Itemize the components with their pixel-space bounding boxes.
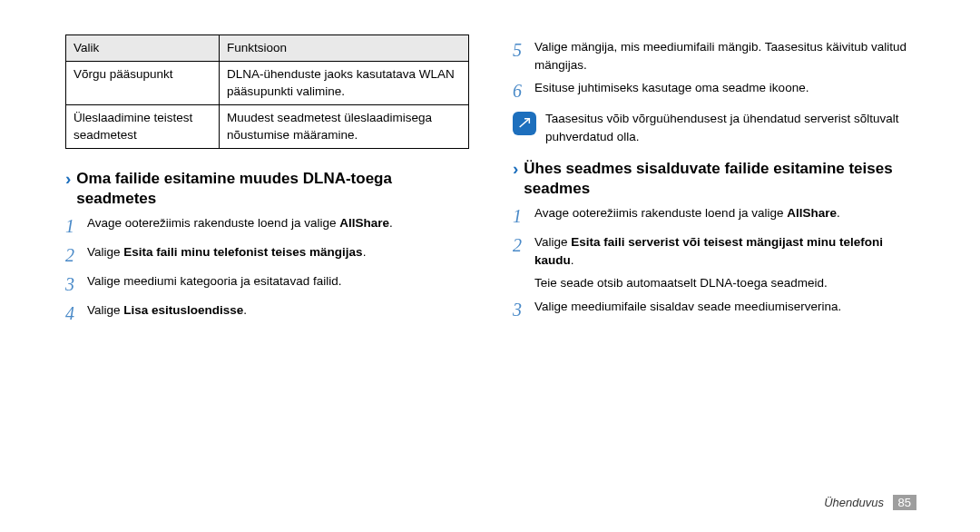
chevron-right-icon: › [513,159,518,180]
table-cell: DLNA-ühenduste jaoks kasutatava WLAN pää… [220,61,469,104]
step-text: Valige meediumifaile sisaldav seade meed… [534,298,916,316]
step-number: 6 [513,77,534,104]
step-number: 4 [65,300,87,327]
footer-page-number: 85 [893,495,916,510]
step: 1Avage ooterežiimis rakenduste loend ja … [65,214,469,240]
step-text: Valige Esita faili minu telefonist teise… [87,243,469,261]
note-block: Taasesitus võib võrguühendusest ja ühend… [513,110,916,147]
left-column: Valik Funktsioon Võrgu pääsupunkt DLNA-ü… [65,34,469,330]
step-text: Valige Esita faili serverist või teisest… [534,233,916,271]
step: 5Valige mängija, mis meediumifaili mängi… [513,38,916,75]
options-table: Valik Funktsioon Võrgu pääsupunkt DLNA-ü… [65,34,469,149]
step-number: 3 [513,296,534,323]
right-steps-b: 1Avage ooterežiimis rakenduste loend ja … [513,204,916,271]
step: 2Valige Esita faili serverist või teises… [513,233,916,271]
heading-text: Oma failide esitamine muudes DLNA-toega … [76,169,469,209]
sub-text: Teie seade otsib automaatselt DLNA-toega… [534,274,916,292]
table-row: Üleslaadimine teistest seadmetest Muudes… [66,104,469,148]
step: 4Valige Lisa esitusloendisse. [65,301,469,327]
page-content: Valik Funktsioon Võrgu pääsupunkt DLNA-ü… [0,0,980,330]
step-number: 3 [65,271,87,298]
step-text: Valige meediumi kategooria ja esitatavad… [87,272,469,291]
step-text: Valige mängija, mis meediumifaili mängib… [534,38,916,75]
heading-text: Ühes seadmes sisalduvate failide esitami… [524,159,916,199]
step-number: 5 [513,36,534,64]
step: 3Valige meediumifaile sisaldav seade mee… [513,298,916,323]
right-steps-a: 5Valige mängija, mis meediumifaili mängi… [513,38,916,104]
step-text: Esituse juhtimiseks kasutage oma seadme … [534,79,916,97]
section-heading-right: › Ühes seadmes sisalduvate failide esita… [513,159,916,199]
step-text: Avage ooterežiimis rakenduste loend ja v… [87,214,469,232]
step-number: 1 [65,212,87,240]
table-cell: Võrgu pääsupunkt [66,61,220,104]
right-steps-c: 3Valige meediumifaile sisaldav seade mee… [513,298,916,323]
step: 2Valige Esita faili minu telefonist teis… [65,243,469,269]
left-steps: 1Avage ooterežiimis rakenduste loend ja … [65,214,469,327]
step-number: 1 [513,202,534,230]
step-number: 2 [65,241,87,269]
table-header-row: Valik Funktsioon [66,35,469,62]
step-number: 2 [513,232,534,259]
step-text: Valige Lisa esitusloendisse. [87,301,469,320]
table-cell: Muudest seadmetest üleslaadimisega nõust… [220,104,469,148]
chevron-right-icon: › [65,169,71,190]
section-heading-left: › Oma failide esitamine muudes DLNA-toeg… [65,169,469,209]
footer-section-name: Ühenduvus [824,496,884,509]
table-cell: Üleslaadimine teistest seadmetest [66,104,220,148]
note-icon [513,112,536,135]
table-head-cell: Valik [66,35,220,62]
right-column: 5Valige mängija, mis meediumifaili mängi… [513,34,916,330]
step-text: Avage ooterežiimis rakenduste loend ja v… [534,204,916,222]
table-head-cell: Funktsioon [220,35,469,62]
note-text: Taasesitus võib võrguühendusest ja ühend… [545,110,916,147]
step: 3Valige meediumi kategooria ja esitatava… [65,272,469,298]
step: 6Esituse juhtimiseks kasutage oma seadme… [513,79,916,104]
step: 1Avage ooterežiimis rakenduste loend ja … [513,204,916,230]
table-row: Võrgu pääsupunkt DLNA-ühenduste jaoks ka… [66,61,469,104]
page-footer: Ühenduvus 85 [824,495,916,510]
